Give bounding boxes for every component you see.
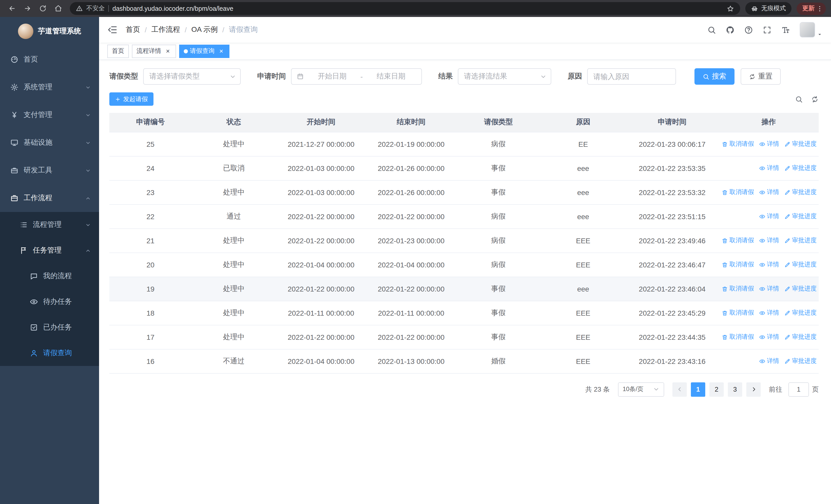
detail-action-link[interactable]: 详情 xyxy=(759,333,779,341)
browser-update-button[interactable]: 更新 xyxy=(797,2,826,14)
cancel-action-link[interactable]: 取消请假 xyxy=(722,308,754,317)
cancel-action-link[interactable]: 取消请假 xyxy=(722,236,754,245)
reset-button[interactable]: 重置 xyxy=(741,68,781,85)
search-button[interactable]: 搜索 xyxy=(694,68,735,85)
table-toolbar: 发起请假 xyxy=(109,92,819,106)
search-icon[interactable] xyxy=(707,25,716,34)
sidebar-item-infrastructure[interactable]: 基础设施 xyxy=(0,129,99,156)
result-select[interactable]: 请选择流结果 xyxy=(458,68,551,85)
sidebar-item-system-management[interactable]: 系统管理 xyxy=(0,73,99,101)
page-button-3[interactable]: 3 xyxy=(728,382,742,396)
sidebar-item-process-management[interactable]: 流程管理 xyxy=(0,212,99,238)
detail-action-link[interactable]: 详情 xyxy=(759,284,779,293)
chevron-down-icon xyxy=(85,140,91,146)
cancel-action-link[interactable]: 取消请假 xyxy=(722,260,754,269)
detail-action-link[interactable]: 详情 xyxy=(759,188,779,197)
table-row: 22通过2022-01-22 00:00:002022-01-22 00:00:… xyxy=(109,204,819,228)
page-button-1[interactable]: 1 xyxy=(691,382,705,396)
yen-icon xyxy=(10,111,19,119)
next-page-button[interactable] xyxy=(746,382,761,396)
detail-action-link[interactable]: 详情 xyxy=(759,212,779,221)
browser-reload-icon[interactable] xyxy=(36,2,49,15)
sidebar-item-done-tasks[interactable]: 已办任务 xyxy=(0,315,99,340)
browser-menu-icon[interactable] xyxy=(816,5,823,12)
progress-action-link[interactable]: 审批进度 xyxy=(784,212,816,221)
cancel-action-link[interactable]: 取消请假 xyxy=(722,140,754,148)
cell-id: 19 xyxy=(109,277,192,301)
fullscreen-icon[interactable] xyxy=(763,25,771,34)
detail-action-link[interactable]: 详情 xyxy=(759,357,779,365)
cancel-action-link[interactable]: 取消请假 xyxy=(722,284,754,293)
navbar-tools xyxy=(707,22,823,37)
sidebar-item-home[interactable]: 首页 xyxy=(0,46,99,73)
tab-close-icon[interactable]: × xyxy=(218,48,225,55)
breadcrumb-item[interactable]: OA 示例 xyxy=(192,25,218,34)
detail-action-link[interactable]: 详情 xyxy=(759,260,779,269)
cell-reason: EEE xyxy=(541,325,626,349)
column-header: 状态 xyxy=(192,113,276,132)
detail-action-link[interactable]: 详情 xyxy=(759,308,779,317)
delete-icon xyxy=(722,310,728,316)
progress-action-link[interactable]: 审批进度 xyxy=(784,236,816,245)
cancel-action-link[interactable]: 取消请假 xyxy=(722,333,754,341)
column-header: 申请时间 xyxy=(626,113,719,132)
tab-process-detail[interactable]: 流程详情× xyxy=(132,45,176,58)
table-refresh-icon[interactable] xyxy=(811,95,819,103)
sidebar-item-dev-tools[interactable]: 研发工具 xyxy=(0,156,99,184)
progress-action-link[interactable]: 审批进度 xyxy=(784,284,816,293)
progress-action-link[interactable]: 审批进度 xyxy=(784,333,816,341)
cell-apply-time: 2022-01-22 23:51:15 xyxy=(626,204,719,228)
address-bar[interactable]: 不安全 dashboard.yudao.iocoder.cn/bpm/oa/le… xyxy=(70,2,740,15)
logo-image xyxy=(18,24,33,39)
user-avatar-menu[interactable] xyxy=(800,22,823,37)
bookmark-star-icon[interactable] xyxy=(727,5,734,12)
detail-action-link[interactable]: 详情 xyxy=(759,164,779,173)
help-icon[interactable] xyxy=(744,25,753,34)
gear-icon xyxy=(10,83,19,91)
prev-page-button[interactable] xyxy=(672,382,687,396)
cell-id: 21 xyxy=(109,228,192,253)
reason-input[interactable] xyxy=(587,68,676,85)
browser-forward-icon[interactable] xyxy=(21,2,34,15)
column-header: 开始时间 xyxy=(276,113,366,132)
page-size-select[interactable]: 10条/页 xyxy=(618,382,664,396)
detail-action-link[interactable]: 详情 xyxy=(759,236,779,245)
leave-type-select[interactable]: 请选择请假类型 xyxy=(143,68,241,85)
sidebar-fold-icon[interactable] xyxy=(107,25,118,35)
font-size-icon[interactable] xyxy=(781,25,790,34)
sidebar-item-payment-management[interactable]: 支付管理 xyxy=(0,101,99,129)
detail-action-link[interactable]: 详情 xyxy=(759,140,779,148)
progress-action-link[interactable]: 审批进度 xyxy=(784,260,816,269)
sidebar-item-todo-tasks[interactable]: 待办任务 xyxy=(0,289,99,315)
apply-time-range-picker[interactable]: 开始日期 - 结束日期 xyxy=(291,68,422,85)
tag-bar: 首页流程详情×请假查询× xyxy=(99,42,831,60)
sidebar-item-workflow[interactable]: 工作流程 xyxy=(0,184,99,212)
check-square-icon xyxy=(30,323,38,331)
cancel-action-link[interactable]: 取消请假 xyxy=(722,188,754,197)
table-row: 20处理中2022-01-04 00:00:002022-01-04 00:00… xyxy=(109,253,819,277)
goto-page-input[interactable] xyxy=(789,382,809,396)
sidebar-item-task-management[interactable]: 任务管理 xyxy=(0,238,99,263)
tab-leave-query[interactable]: 请假查询× xyxy=(179,45,229,58)
security-label: 不安全 xyxy=(86,4,105,13)
tab-home[interactable]: 首页 xyxy=(107,45,129,58)
github-icon[interactable] xyxy=(726,25,735,34)
progress-action-link[interactable]: 审批进度 xyxy=(784,140,816,148)
table-row: 16不通过2022-01-04 00:00:002022-01-13 00:00… xyxy=(109,349,819,373)
page-button-2[interactable]: 2 xyxy=(709,382,724,396)
breadcrumb-item[interactable]: 工作流程 xyxy=(151,25,180,34)
user-avatar[interactable] xyxy=(800,22,815,37)
browser-home-icon[interactable] xyxy=(51,2,65,15)
progress-action-link[interactable]: 审批进度 xyxy=(784,357,816,365)
browser-back-icon[interactable] xyxy=(5,2,19,15)
progress-action-link[interactable]: 审批进度 xyxy=(784,188,816,197)
sidebar-item-label: 任务管理 xyxy=(33,246,62,255)
tab-close-icon[interactable]: × xyxy=(164,48,171,55)
progress-action-link[interactable]: 审批进度 xyxy=(784,308,816,317)
table-search-icon[interactable] xyxy=(795,95,803,103)
create-leave-button[interactable]: 发起请假 xyxy=(109,92,153,106)
sidebar-item-my-process[interactable]: 我的流程 xyxy=(0,263,99,289)
sidebar-item-leave-query[interactable]: 请假查询 xyxy=(0,340,99,366)
progress-action-link[interactable]: 审批进度 xyxy=(784,164,816,173)
breadcrumb-item[interactable]: 首页 xyxy=(126,25,140,34)
